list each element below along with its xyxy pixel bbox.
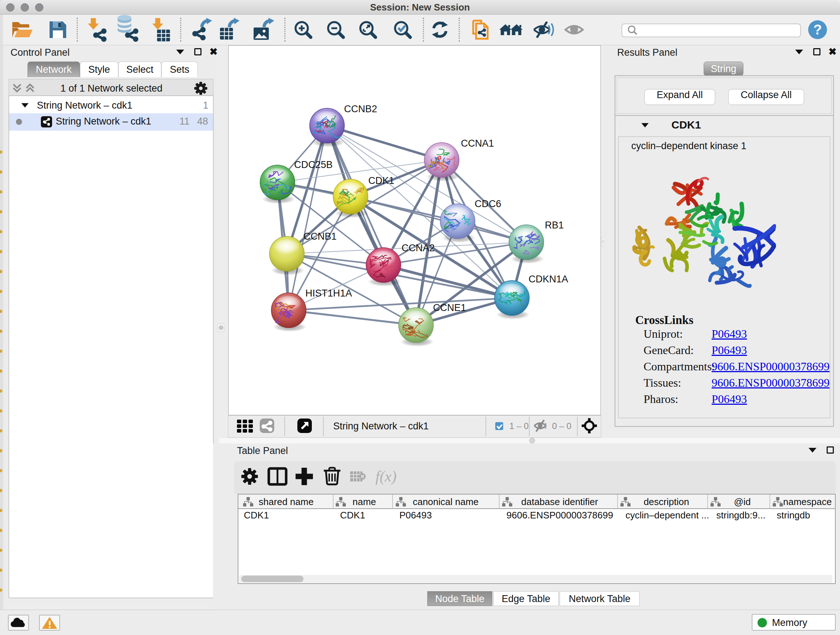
svg-text:CCNB1: CCNB1: [303, 231, 337, 242]
svg-text:f(x): f(x): [376, 468, 396, 485]
svg-text:namespace: namespace: [783, 496, 832, 507]
svg-text:database identifier: database identifier: [521, 496, 598, 507]
svg-text:1 of 1 Network selected: 1 of 1 Network selected: [60, 83, 163, 94]
svg-text:CCNA2: CCNA2: [401, 242, 435, 253]
svg-text:String Network – cdk1: String Network – cdk1: [333, 421, 429, 432]
svg-text:?: ?: [813, 22, 821, 37]
svg-text:CDK1: CDK1: [368, 175, 394, 186]
svg-text:CDC6: CDC6: [475, 198, 501, 209]
svg-text:@id: @id: [734, 496, 751, 507]
svg-text:canonical name: canonical name: [413, 496, 478, 507]
svg-text:RB1: RB1: [545, 220, 564, 231]
svg-text:CCNE1: CCNE1: [433, 302, 466, 313]
svg-text:0 – 0: 0 – 0: [552, 421, 571, 431]
svg-text:description: description: [644, 496, 689, 507]
svg-text:name: name: [352, 496, 376, 507]
svg-text:CDKN1A: CDKN1A: [529, 274, 568, 285]
svg-text:CCNB2: CCNB2: [344, 103, 377, 114]
svg-text:CDC25B: CDC25B: [294, 159, 333, 170]
svg-text:shared name: shared name: [259, 496, 314, 507]
svg-text:1 – 0: 1 – 0: [509, 421, 529, 431]
svg-text:HIST1H1A: HIST1H1A: [305, 288, 352, 299]
svg-text:CCNA1: CCNA1: [461, 138, 494, 149]
